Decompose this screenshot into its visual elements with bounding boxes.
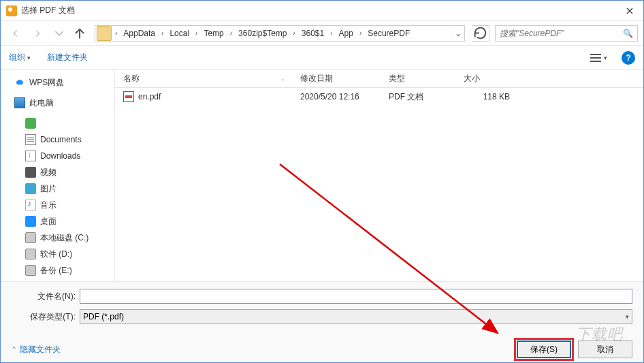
breadcrumb-seg[interactable]: AppData (120, 29, 158, 38)
save-button[interactable]: 保存(S) (517, 341, 571, 358)
recent-dropdown[interactable] (50, 25, 69, 42)
forward-button[interactable] (28, 25, 47, 42)
filetype-select[interactable]: PDF (*.pdf) ▾ (80, 309, 632, 324)
chevron-icon: › (112, 29, 120, 37)
window-title: 选择 PDF 文档 (21, 5, 616, 16)
sidebar-item[interactable]: 软件 (D:) (1, 246, 114, 262)
ic-cloud-icon (14, 77, 25, 88)
sidebar-item-label: Downloads (40, 151, 80, 161)
svg-rect-1 (590, 57, 601, 59)
ic-disk-icon (25, 249, 36, 259)
file-name: en.pdf (138, 92, 161, 101)
breadcrumb-seg[interactable]: Temp (201, 29, 226, 38)
ic-app-icon (25, 118, 36, 129)
sidebar-item[interactable]: Documents (1, 131, 114, 148)
sidebar-item[interactable]: 此电脑 (1, 95, 114, 111)
ic-pc-icon (14, 97, 25, 108)
ic-vid-icon (25, 167, 36, 178)
file-row[interactable]: en.pdf 2020/5/20 12:16 PDF 文档 118 KB (115, 88, 643, 106)
sidebar-item[interactable]: WPS网盘 (1, 74, 114, 91)
filetype-value: PDF (*.pdf) (83, 312, 124, 321)
filename-label: 文件名(N): (12, 291, 80, 302)
sidebar-item[interactable]: 备份 (E:) (1, 262, 114, 279)
col-name[interactable]: 名称⌃ (115, 73, 292, 84)
view-mode-button[interactable]: ▾ (585, 51, 612, 65)
sidebar-item-label: 音乐 (40, 200, 57, 211)
sidebar-item[interactable]: Downloads (1, 148, 114, 164)
up-button[interactable] (71, 25, 88, 42)
sidebar-item-label: 此电脑 (29, 97, 54, 109)
help-button[interactable]: ? (622, 51, 635, 65)
search-box[interactable]: 🔍 (495, 25, 638, 42)
sidebar-item[interactable]: 视频 (1, 164, 114, 180)
sidebar-item[interactable]: 图片 (1, 180, 114, 197)
sidebar-item-label: 视频 (40, 167, 57, 178)
main-area: WPS网盘此电脑DocumentsDownloads视频图片音乐桌面本地磁盘 (… (1, 70, 643, 281)
sidebar-item-label: 备份 (E:) (40, 265, 72, 277)
breadcrumb-seg[interactable]: App (336, 29, 356, 38)
column-headers: 名称⌃ 修改日期 类型 大小 (115, 70, 643, 88)
file-type: PDF 文档 (381, 91, 455, 103)
search-icon[interactable]: 🔍 (623, 29, 633, 38)
ic-dl-icon (25, 151, 36, 161)
breadcrumb-seg[interactable]: 360$1 (299, 29, 327, 38)
bottom-panel: 文件名(N): 保存类型(T): PDF (*.pdf) ▾ ⌃ 隐藏文件夹 保… (1, 281, 643, 363)
col-date[interactable]: 修改日期 (292, 73, 381, 84)
col-size[interactable]: 大小 (455, 73, 524, 84)
close-button[interactable] (616, 1, 643, 20)
sidebar[interactable]: WPS网盘此电脑DocumentsDownloads视频图片音乐桌面本地磁盘 (… (1, 70, 115, 281)
filename-input[interactable] (80, 289, 632, 304)
refresh-button[interactable] (472, 25, 489, 42)
sidebar-item-label: WPS网盘 (29, 77, 64, 89)
breadcrumb[interactable]: › AppData› Local› Temp› 360zip$Temp› 360… (95, 25, 465, 42)
breadcrumb-seg[interactable]: Local (167, 29, 192, 38)
ic-pic-icon (25, 183, 36, 194)
ic-doc-icon (25, 134, 36, 145)
title-bar: 选择 PDF 文档 (1, 1, 643, 21)
ic-mus-icon (25, 200, 36, 210)
new-folder-button[interactable]: 新建文件夹 (47, 52, 88, 63)
file-size: 118 KB (455, 92, 524, 101)
nav-bar: › AppData› Local› Temp› 360zip$Temp› 360… (1, 21, 643, 46)
breadcrumb-seg[interactable]: 360zip$Temp (236, 29, 289, 38)
breadcrumb-dropdown[interactable]: ⌄ (451, 29, 464, 38)
search-input[interactable] (500, 29, 623, 38)
col-type[interactable]: 类型 (381, 73, 455, 84)
breadcrumb-seg[interactable]: SecurePDF (365, 29, 413, 38)
sidebar-item-label: 本地磁盘 (C:) (40, 232, 88, 244)
organize-menu[interactable]: 组织 (9, 52, 31, 63)
cancel-button[interactable]: 取消 (578, 341, 632, 358)
sidebar-item-label: Documents (40, 135, 82, 144)
sidebar-item-label: 桌面 (40, 216, 57, 227)
chevron-down-icon: ▾ (626, 313, 629, 320)
chevron-up-icon: ⌃ (12, 346, 17, 353)
svg-rect-0 (590, 54, 601, 55)
back-button[interactable] (6, 25, 25, 42)
pdf-icon (123, 91, 134, 102)
sidebar-item[interactable] (1, 115, 114, 131)
ic-disk-icon (25, 265, 36, 276)
sidebar-item-label: 软件 (D:) (40, 249, 72, 260)
sidebar-item[interactable]: 本地磁盘 (C:) (1, 230, 114, 246)
hide-folders-link[interactable]: ⌃ 隐藏文件夹 (12, 344, 61, 356)
sidebar-item-label: 图片 (40, 183, 57, 195)
folder-icon (97, 26, 112, 41)
sort-indicator-icon: ⌃ (280, 78, 285, 84)
ic-disk-icon (25, 232, 36, 243)
file-list-area: 名称⌃ 修改日期 类型 大小 en.pdf 2020/5/20 12:16 PD… (115, 70, 643, 281)
toolbar: 组织 新建文件夹 ▾ ? (1, 46, 643, 70)
ic-desk-icon (25, 216, 36, 227)
sidebar-item[interactable]: 音乐 (1, 197, 114, 213)
sidebar-item[interactable]: 桌面 (1, 213, 114, 230)
file-date: 2020/5/20 12:16 (292, 92, 381, 101)
svg-rect-2 (590, 61, 601, 62)
chevron-down-icon: ▾ (604, 54, 607, 61)
filetype-label: 保存类型(T): (12, 311, 80, 323)
app-icon (6, 5, 17, 16)
